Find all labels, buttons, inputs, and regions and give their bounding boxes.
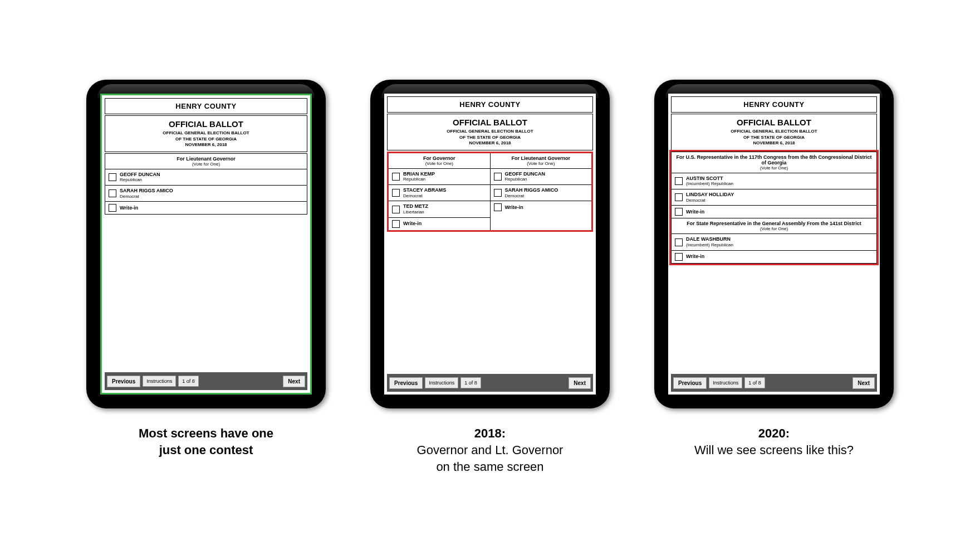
candidate-name: TED METZ	[403, 203, 428, 210]
checkbox[interactable]	[675, 253, 683, 261]
checkbox[interactable]	[494, 173, 502, 181]
navbar: Previous Instructions 1 of 8 Next	[671, 374, 877, 392]
checkbox[interactable]	[392, 220, 400, 228]
candidate-row[interactable]: SARAH RIGGS AMICODemocrat	[491, 185, 592, 201]
column-left: HENRY COUNTY OFFICIAL BALLOT OFFICIAL GE…	[84, 80, 329, 475]
candidate-row[interactable]: TED METZLibertarian	[389, 201, 490, 217]
caption-line: Will we see screens like this?	[694, 442, 854, 459]
candidate-party: (Incumbent) Republican	[686, 181, 733, 187]
column-middle: HENRY COUNTY OFFICIAL BALLOT OFFICIAL GE…	[367, 80, 612, 475]
contest-header: For State Representative in the General …	[672, 218, 876, 234]
checkbox[interactable]	[109, 189, 116, 197]
prev-button[interactable]: Previous	[389, 377, 423, 389]
next-button[interactable]: Next	[283, 376, 305, 387]
candidate-row[interactable]: Write-in	[491, 201, 592, 213]
diagram-container: HENRY COUNTY OFFICIAL BALLOT OFFICIAL GE…	[61, 57, 919, 497]
ballot-sub1: OFFICIAL GENERAL ELECTION BALLOT	[675, 129, 873, 134]
county-header: HENRY COUNTY	[671, 96, 877, 113]
contest-two-col: For Governor (Vote for One) BRIAN KEMPRe…	[387, 152, 593, 232]
candidate-row[interactable]: GEOFF DUNCANRepublican	[105, 169, 307, 186]
ballot-title: OFFICIAL BALLOT	[675, 118, 873, 127]
candidate-party: (Incumbent) Republican	[686, 242, 733, 248]
screen-middle: HENRY COUNTY OFFICIAL BALLOT OFFICIAL GE…	[384, 94, 596, 395]
checkbox[interactable]	[392, 173, 400, 181]
candidate-row[interactable]: Write-in	[389, 218, 490, 230]
ballot-title: OFFICIAL BALLOT	[109, 119, 303, 129]
county-header: HENRY COUNTY	[105, 98, 307, 114]
candidate-row[interactable]: SARAH RIGGS AMICODemocrat	[105, 186, 307, 202]
caption-line: 2018:	[417, 425, 564, 442]
page-indicator: 1 of 8	[178, 376, 199, 387]
race-title: For Governor	[391, 155, 488, 161]
checkbox[interactable]	[109, 204, 116, 212]
navbar: Previous Instructions 1 of 8 Next	[387, 374, 593, 392]
candidate-name: AUSTIN SCOTT	[686, 176, 733, 182]
race-title: For Lieutenant Governor	[107, 156, 305, 162]
contest-governor: For Governor (Vote for One) BRIAN KEMPRe…	[389, 153, 491, 230]
candidate-row[interactable]: BRIAN KEMPRepublican	[389, 169, 490, 185]
prev-button[interactable]: Previous	[107, 376, 140, 387]
ballot-header: OFFICIAL BALLOT OFFICIAL GENERAL ELECTIO…	[671, 114, 877, 150]
tablet-middle: HENRY COUNTY OFFICIAL BALLOT OFFICIAL GE…	[370, 80, 610, 408]
next-button[interactable]: Next	[569, 377, 591, 389]
candidate-name: DALE WASHBURN	[686, 236, 733, 242]
candidate-party: Republican	[403, 177, 435, 182]
candidate-row[interactable]: GEOFF DUNCANRepublican	[491, 169, 592, 185]
contest-area: For U.S. Representative in the 117th Con…	[671, 152, 877, 372]
checkbox[interactable]	[675, 208, 683, 216]
contest-red-wrap: For U.S. Representative in the 117th Con…	[669, 150, 879, 265]
candidate-party: Democrat	[686, 198, 734, 203]
checkbox[interactable]	[392, 189, 400, 197]
candidate-row[interactable]: LINDSAY HOLLIDAYDemocrat	[672, 189, 876, 206]
ballot-sub1: OFFICIAL GENERAL ELECTION BALLOT	[391, 129, 589, 134]
navbar: Previous Instructions 1 of 8 Next	[105, 372, 307, 390]
checkbox[interactable]	[675, 177, 683, 185]
ballot-sub1: OFFICIAL GENERAL ELECTION BALLOT	[109, 130, 303, 136]
next-button[interactable]: Next	[852, 377, 875, 389]
candidate-name: SARAH RIGGS AMICO	[120, 188, 173, 194]
caption-line: Most screens have one	[139, 425, 273, 442]
contest-us-rep: For U.S. Representative in the 117th Con…	[671, 152, 877, 219]
checkbox[interactable]	[494, 189, 502, 197]
county-header: HENRY COUNTY	[387, 96, 593, 113]
candidate-row[interactable]: DALE WASHBURN(Incumbent) Republican	[672, 234, 876, 250]
instructions-button[interactable]: Instructions	[143, 376, 176, 387]
checkbox[interactable]	[675, 238, 683, 246]
write-in-label: Write-in	[686, 254, 704, 260]
race-title: For Lieutenant Governor	[493, 155, 590, 161]
candidate-row[interactable]: Write-in	[672, 206, 876, 218]
checkbox[interactable]	[675, 193, 683, 201]
candidate-party: Democrat	[120, 194, 173, 199]
caption-right: 2020: Will we see screens like this?	[694, 425, 854, 458]
screen-right: HENRY COUNTY OFFICIAL BALLOT OFFICIAL GE…	[668, 94, 880, 395]
instructions-button[interactable]: Instructions	[709, 377, 742, 388]
candidate-name: BRIAN KEMP	[403, 171, 435, 177]
write-in-label: Write-in	[403, 221, 422, 227]
contest-state-rep: For State Representative in the General …	[671, 218, 877, 263]
screen-left: HENRY COUNTY OFFICIAL BALLOT OFFICIAL GE…	[100, 94, 312, 395]
checkbox[interactable]	[494, 203, 502, 211]
checkbox[interactable]	[109, 173, 116, 181]
instructions-button[interactable]: Instructions	[425, 377, 458, 388]
candidate-row[interactable]: AUSTIN SCOTT(Incumbent) Republican	[672, 173, 876, 189]
caption-line: Governor and Lt. Governor	[417, 442, 564, 459]
contest-header: For Lieutenant Governor (Vote for One)	[105, 154, 307, 169]
page-indicator: 1 of 8	[460, 377, 481, 388]
candidate-name: SARAH RIGGS AMICO	[505, 187, 558, 193]
checkbox[interactable]	[392, 206, 400, 213]
ballot-sub3: NOVEMBER 6, 2018	[391, 140, 589, 146]
ballot-sub3: NOVEMBER 6, 2018	[109, 142, 303, 148]
candidate-row[interactable]: Write-in	[672, 251, 876, 263]
caption-line: just one contest	[139, 442, 273, 459]
candidate-party: Libertarian	[403, 210, 428, 215]
contest-lt-governor: For Lieutenant Governor (Vote for One) G…	[491, 153, 592, 230]
candidate-row[interactable]: Write-in	[105, 202, 307, 214]
caption-line: 2020:	[694, 425, 854, 442]
prev-button[interactable]: Previous	[673, 377, 707, 389]
candidate-row[interactable]: STACEY ABRAMSDemocrat	[389, 185, 490, 201]
candidate-party: Republican	[120, 177, 160, 183]
write-in-label: Write-in	[686, 209, 704, 215]
tablet-left: HENRY COUNTY OFFICIAL BALLOT OFFICIAL GE…	[86, 80, 326, 408]
vote-instruction: (Vote for One)	[493, 161, 590, 166]
tablet-right: HENRY COUNTY OFFICIAL BALLOT OFFICIAL GE…	[654, 80, 894, 408]
